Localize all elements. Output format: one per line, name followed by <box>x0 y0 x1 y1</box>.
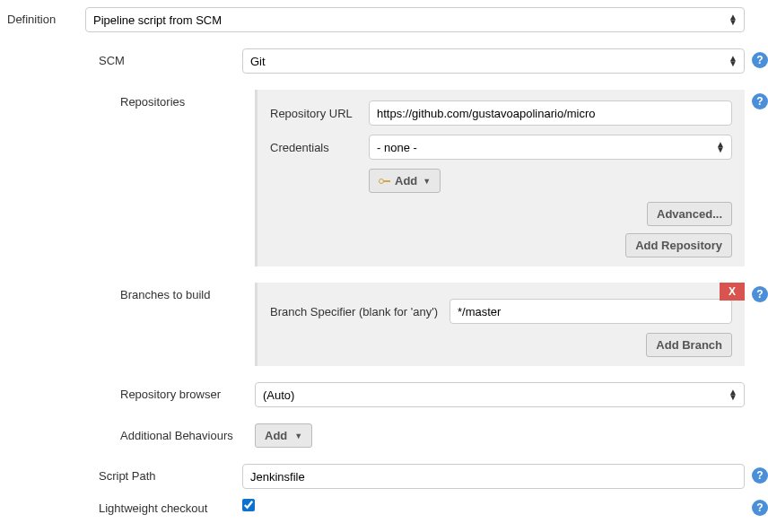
repo-url-input[interactable] <box>369 100 732 126</box>
branch-specifier-input[interactable] <box>449 299 732 324</box>
help-icon[interactable]: ? <box>752 467 768 484</box>
advanced-button[interactable]: Advanced... <box>647 202 732 226</box>
repo-browser-label: Repository browser <box>120 382 255 401</box>
script-path-input[interactable] <box>242 464 745 489</box>
lightweight-checkout-checkbox[interactable] <box>242 499 255 511</box>
scm-label: SCM <box>99 48 242 67</box>
repositories-label: Repositories <box>120 90 255 109</box>
add-branch-button[interactable]: Add Branch <box>646 333 732 357</box>
close-icon[interactable]: X <box>720 283 745 301</box>
help-icon[interactable]: ? <box>752 500 768 516</box>
key-icon <box>379 178 391 185</box>
help-icon[interactable]: ? <box>752 93 768 109</box>
help-icon[interactable]: ? <box>752 286 768 302</box>
credentials-select[interactable]: - none - <box>369 135 732 160</box>
credentials-label: Credentials <box>270 141 369 154</box>
chevron-down-icon: ▼ <box>294 432 302 440</box>
add-repository-button[interactable]: Add Repository <box>625 233 732 257</box>
scm-select[interactable]: Git <box>242 48 745 74</box>
definition-select[interactable]: Pipeline script from SCM <box>85 7 745 32</box>
repo-url-label: Repository URL <box>270 107 369 120</box>
credentials-add-button[interactable]: Add ▼ <box>369 169 441 193</box>
definition-label: Definition <box>0 7 85 26</box>
script-path-label: Script Path <box>99 464 242 483</box>
additional-behaviours-label: Additional Behaviours <box>120 423 255 442</box>
chevron-down-icon: ▼ <box>423 177 431 186</box>
lightweight-checkout-label: Lightweight checkout <box>99 496 242 515</box>
branches-label: Branches to build <box>120 283 255 301</box>
additional-add-button[interactable]: Add ▼ <box>255 423 312 448</box>
help-icon[interactable]: ? <box>752 52 768 68</box>
branch-specifier-label: Branch Specifier (blank for 'any') <box>270 305 449 318</box>
repo-browser-select[interactable]: (Auto) <box>255 382 745 407</box>
